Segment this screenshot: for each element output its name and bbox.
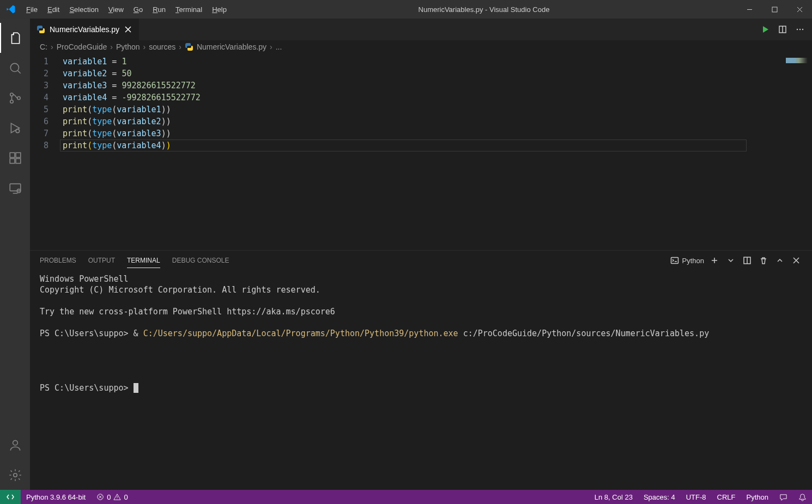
breadcrumb-file[interactable]: NumericVariables.py [197,42,266,51]
menu-selection[interactable]: Selection [65,3,102,16]
settings-gear-icon[interactable] [0,460,30,490]
svg-rect-7 [16,153,21,157]
svg-point-1 [10,63,19,71]
svg-point-5 [16,129,20,133]
svg-rect-0 [772,7,777,12]
svg-point-16 [799,29,801,30]
window-controls [737,0,812,19]
svg-rect-18 [671,258,678,264]
chevron-right-icon: › [143,42,146,51]
status-feedback-icon[interactable] [774,493,793,501]
panel-tab-problems[interactable]: PROBLEMS [40,253,76,268]
terminal-dropdown-icon[interactable] [725,254,737,266]
run-file-icon[interactable] [758,22,773,37]
chevron-right-icon: › [270,42,272,51]
status-eol[interactable]: CRLF [712,493,741,501]
svg-point-2 [10,93,13,95]
source-control-icon[interactable] [0,83,30,113]
menu-run[interactable]: Run [148,3,170,16]
tab-numericvariables[interactable]: NumericVariables.py [30,19,140,40]
terminal-content[interactable]: Windows PowerShell Copyright (C) Microso… [30,270,812,490]
remote-indicator-icon[interactable] [0,490,21,504]
panel-tab-debug-console[interactable]: DEBUG CONSOLE [172,253,229,268]
svg-point-3 [10,100,13,102]
minimap[interactable] [747,53,812,250]
menu-bar: File Edit Selection View Go Run Terminal… [22,3,231,16]
breadcrumb[interactable]: C: › ProCodeGuide › Python › sources › N… [30,40,812,53]
python-file-icon [37,25,45,34]
new-terminal-icon[interactable] [708,254,720,266]
status-python-interpreter[interactable]: Python 3.9.6 64-bit [21,490,91,504]
status-indentation[interactable]: Spaces: 4 [638,493,681,501]
breadcrumb-part-2[interactable]: sources [149,42,175,51]
chevron-right-icon: › [51,42,53,51]
status-language-mode[interactable]: Python [741,493,774,501]
explorer-icon[interactable] [0,23,30,53]
remote-explorer-icon[interactable] [0,173,30,203]
panel: PROBLEMS OUTPUT TERMINAL DEBUG CONSOLE P… [30,250,812,490]
code-pane[interactable]: 12345678 variable1 = 1variable2 = 50vari… [30,53,812,250]
search-icon[interactable] [0,53,30,83]
menu-view[interactable]: View [104,3,128,16]
breadcrumb-tail[interactable]: ... [276,42,282,51]
maximize-button[interactable] [762,0,787,19]
status-problems[interactable]: 0 0 [91,490,133,504]
vscode-logo-icon [0,4,22,14]
menu-file[interactable]: File [22,3,42,16]
title-bar: File Edit Selection View Go Run Terminal… [0,0,812,19]
editor-actions [758,19,812,40]
svg-point-17 [802,29,803,30]
kill-terminal-icon[interactable] [758,254,769,266]
svg-rect-10 [10,184,21,191]
svg-rect-6 [10,153,15,157]
panel-close-icon[interactable] [790,254,802,266]
activity-bar [0,19,30,490]
chevron-right-icon: › [110,42,113,51]
python-file-icon [185,42,193,51]
svg-rect-8 [10,159,15,163]
status-cursor-position[interactable]: Ln 8, Col 23 [589,493,638,501]
tab-close-icon[interactable] [124,25,132,34]
close-button[interactable] [787,0,812,19]
extensions-icon[interactable] [0,143,30,173]
breadcrumb-part-0[interactable]: ProCodeGuide [57,42,107,51]
split-editor-icon[interactable] [775,22,790,37]
menu-terminal[interactable]: Terminal [171,3,207,16]
panel-actions: Python [670,254,802,266]
svg-rect-9 [16,159,21,163]
editor-area: NumericVariables.py C: › ProC [30,19,812,490]
panel-tab-terminal[interactable]: TERMINAL [127,253,160,268]
line-number-gutter: 12345678 [30,53,63,250]
svg-point-12 [13,440,17,445]
main-area: NumericVariables.py C: › ProC [0,19,812,490]
panel-tabs: PROBLEMS OUTPUT TERMINAL DEBUG CONSOLE P… [30,251,812,270]
panel-maximize-icon[interactable] [774,254,786,266]
status-encoding[interactable]: UTF-8 [681,493,712,501]
accounts-icon[interactable] [0,430,30,460]
minimize-button[interactable] [737,0,762,19]
window-title: NumericVariables.py - Visual Studio Code [231,5,737,14]
breadcrumb-part-1[interactable]: Python [116,42,140,51]
code-content[interactable]: variable1 = 1variable2 = 50variable3 = 9… [63,53,747,250]
terminal-shell-label: Python [682,257,704,265]
breadcrumb-root[interactable]: C: [40,42,47,51]
run-debug-icon[interactable] [0,113,30,143]
status-bar: Python 3.9.6 64-bit 0 0 Ln 8, Col 23 Spa… [0,490,812,504]
split-terminal-icon[interactable] [741,254,753,266]
svg-point-4 [17,96,20,99]
menu-help[interactable]: Help [208,3,231,16]
svg-point-13 [13,473,17,477]
more-actions-icon[interactable] [792,22,808,37]
terminal-shell-selector[interactable]: Python [670,256,704,265]
status-notifications-icon[interactable] [793,493,812,501]
chevron-right-icon: › [179,42,181,51]
tab-filename: NumericVariables.py [50,25,119,34]
menu-go[interactable]: Go [129,3,147,16]
svg-point-15 [797,29,798,30]
menu-edit[interactable]: Edit [43,3,64,16]
editor-tabs: NumericVariables.py [30,19,812,40]
panel-tab-output[interactable]: OUTPUT [88,253,115,268]
